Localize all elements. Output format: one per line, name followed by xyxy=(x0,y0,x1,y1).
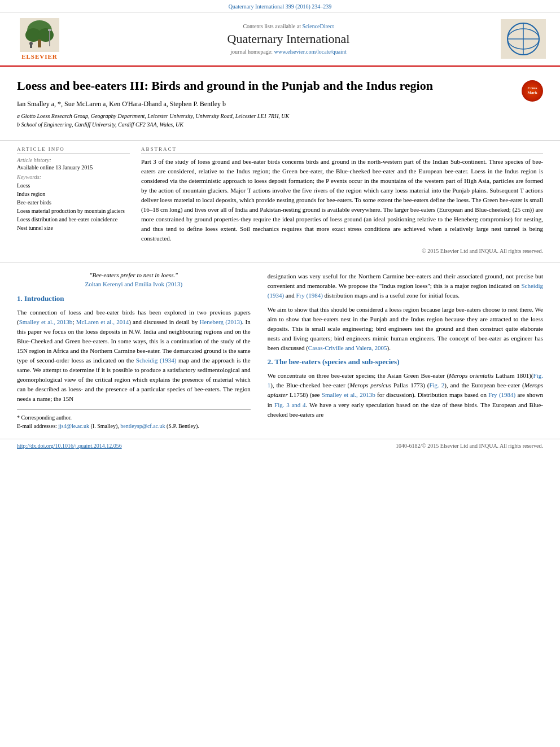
copyright-line: © 2015 Elsevier Ltd and INQUA. All right… xyxy=(141,248,543,254)
section2-title: 2. The bee-eaters (species and sub-speci… xyxy=(268,357,543,366)
received-value: Available online 13 January 2015 xyxy=(17,164,130,171)
sciencedirect-link[interactable]: ScienceDirect xyxy=(302,23,334,29)
body-left-column: "Bee-eaters prefer to nest in loess." Zo… xyxy=(17,272,259,430)
keyword-loess-dist: Loess distribution and bee-eater coincid… xyxy=(17,215,130,224)
article-title: Loess and bee-eaters III: Birds and grou… xyxy=(17,78,543,94)
journal-emblem xyxy=(501,19,546,59)
svg-rect-6 xyxy=(48,29,51,31)
journal-header: ELSEVIER Contents lists available at Sci… xyxy=(0,12,560,67)
ref-fig2[interactable]: Fig. 2 xyxy=(429,382,444,388)
ref-heneberg2013[interactable]: Heneberg (2013) xyxy=(199,318,242,325)
tree-icon xyxy=(20,18,59,52)
footnote-star: * Corresponding author. xyxy=(17,413,251,422)
keywords-label: Keywords: xyxy=(17,174,130,180)
section1-para3: We aim to show that this should be consi… xyxy=(268,305,543,353)
body-right-column: designation was very useful for the Nort… xyxy=(259,272,543,430)
article-info-abstract-section: ARTICLE INFO Article history: Available … xyxy=(0,141,560,263)
journal-right-logo xyxy=(498,19,549,59)
ref-fig34[interactable]: Fig. 3 and 4 xyxy=(274,401,306,408)
section1-para2: designation was very useful for the Nort… xyxy=(268,272,543,300)
elsevier-logo: ELSEVIER xyxy=(11,18,68,60)
ref-scheidig1934[interactable]: Scheidig (1934) xyxy=(136,357,177,364)
footer-bar: http://dx.doi.org/10.1016/j.quaint.2014.… xyxy=(0,439,560,452)
email-smalley[interactable]: jjs4@le.ac.uk xyxy=(58,423,89,429)
footer-issn: 1040-6182/© 2015 Elsevier Ltd and INQUA.… xyxy=(396,443,543,449)
opening-quote: "Bee-eaters prefer to nest in loess." xyxy=(17,272,251,278)
authors-line: Ian Smalley a, *, Sue McLaren a, Ken O'H… xyxy=(17,100,543,108)
ref-smalley2013b[interactable]: Smalley et al., 2013b xyxy=(19,318,73,325)
article-title-section: CrossMark Loess and bee-eaters III: Bird… xyxy=(0,67,560,141)
keyword-loess: Loess xyxy=(17,181,130,190)
journal-homepage: journal homepage: www.elsevier.com/locat… xyxy=(79,49,498,55)
keyword-bee-eater: Bee-eater birds xyxy=(17,198,130,207)
keyword-indus: Indus region xyxy=(17,190,130,198)
ref-fig1[interactable]: Fig. 1 xyxy=(268,372,543,388)
abstract-text: Part 3 of the study of loess ground and … xyxy=(141,157,543,243)
abstract-header: ABSTRACT xyxy=(141,146,543,154)
homepage-link[interactable]: www.elsevier.com/locate/quaint xyxy=(274,49,347,55)
keywords-list: Loess Indus region Bee-eater birds Loess… xyxy=(17,181,130,232)
ref-smalley2013b-2[interactable]: Smalley et al., 2013b xyxy=(322,391,375,398)
keyword-loess-material: Loess material production by mountain gl… xyxy=(17,207,130,215)
section1-title: 1. Introduction xyxy=(17,294,251,303)
ref-casas2005[interactable]: Casas-Criville and Valera, 2005 xyxy=(308,344,387,351)
section2-para1: We concentrate on three bee-eater specie… xyxy=(268,371,543,419)
footnote-email: E-mail addresses: jjs4@le.ac.uk (I. Smal… xyxy=(17,422,251,430)
email-bentley[interactable]: bentleysp@cf.ac.uk xyxy=(120,423,165,429)
contents-line: Contents lists available at ScienceDirec… xyxy=(79,23,498,29)
keyword-nest: Nest tunnel size xyxy=(17,224,130,232)
article-info-column: ARTICLE INFO Article history: Available … xyxy=(17,146,130,254)
ref-mclaren2014[interactable]: McLaren et al., 2014 xyxy=(76,318,129,325)
journal-title: Quaternary International xyxy=(79,32,498,46)
affiliations: a Giotto Loess Research Group, Geography… xyxy=(17,112,543,129)
history-label: Article history: xyxy=(17,157,130,163)
body-content: "Bee-eaters prefer to nest in loess." Zo… xyxy=(0,263,560,439)
ref-fry1984-2[interactable]: Fry (1984) xyxy=(488,391,515,398)
crossmark-icon: CrossMark xyxy=(522,80,543,102)
affiliation-a: a Giotto Loess Research Group, Geography… xyxy=(17,112,543,120)
elsevier-brand-text: ELSEVIER xyxy=(21,53,58,60)
svg-rect-4 xyxy=(38,40,41,47)
affiliation-b: b School of Engineering, Cardiff Univers… xyxy=(17,120,543,129)
section1-para1: The connection of loess and bee-eater bi… xyxy=(17,308,251,404)
quote-author: Zoltan Kerenyi and Emilia Ivok (2013) xyxy=(17,281,251,287)
journal-reference-bar: Quaternary International 399 (2016) 234–… xyxy=(0,0,560,12)
journal-ref-text: Quaternary International 399 (2016) 234–… xyxy=(229,3,332,10)
doi-link[interactable]: http://dx.doi.org/10.1016/j.quaint.2014.… xyxy=(17,443,122,449)
ref-fry1984[interactable]: Fry (1984) xyxy=(296,292,322,299)
svg-rect-5 xyxy=(49,29,50,46)
crossmark-badge: CrossMark xyxy=(522,80,543,102)
article-info-header: ARTICLE INFO xyxy=(17,146,130,154)
svg-rect-8 xyxy=(30,45,32,48)
abstract-column: ABSTRACT Part 3 of the study of loess gr… xyxy=(141,146,543,254)
journal-center-header: Contents lists available at ScienceDirec… xyxy=(79,23,498,55)
footnote-area: * Corresponding author. E-mail addresses… xyxy=(17,409,251,430)
